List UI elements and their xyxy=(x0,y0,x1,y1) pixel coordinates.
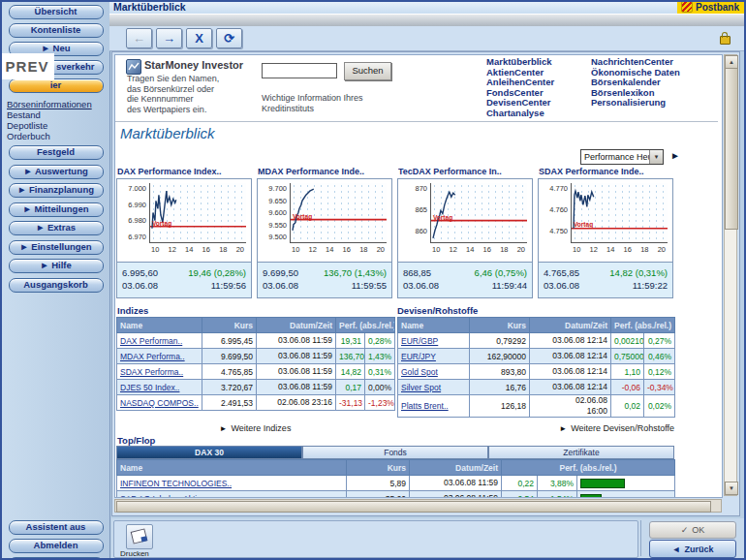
footer-bar: Drucken ✓ OK ◄ Zurück xyxy=(111,518,744,558)
zurueck-button[interactable]: ◄ Zurück xyxy=(649,540,736,558)
x-axis-ticks: 1012 1416 1820 xyxy=(149,245,246,254)
fx-table: Name Kurs Datum/Zeit Perf. (abs./rel.) E… xyxy=(397,317,675,418)
quote-date: 03.06.08 xyxy=(403,279,439,292)
forward-button[interactable]: → xyxy=(156,28,182,48)
sidebar-link-bestand[interactable]: Bestand xyxy=(7,109,109,120)
bullet-icon: ► xyxy=(559,424,567,433)
sidebar-link-depotliste[interactable]: Depotliste xyxy=(7,120,109,131)
tab-zertifikate[interactable]: Zertifikate xyxy=(488,446,674,459)
assistent-aus-button[interactable]: Assistent aus xyxy=(9,520,104,535)
fx-link[interactable]: Silver Spot xyxy=(401,383,441,392)
chart-title-dax[interactable]: DAX Performance Index.. xyxy=(117,167,253,176)
col-header-kurs[interactable]: Kurs xyxy=(470,318,530,333)
fx-heading: Devisen/Rohstoffe xyxy=(397,305,478,316)
ok-button[interactable]: ✓ OK xyxy=(649,521,736,539)
vertical-scroll-thumb[interactable] xyxy=(725,68,738,230)
kreditinstitut-info-link[interactable]: Wichtige Information Ihres Kreditinstitu… xyxy=(262,93,363,113)
scroll-up-icon[interactable]: ▲ xyxy=(725,55,738,69)
horizontal-scroll-thumb[interactable] xyxy=(116,501,711,513)
col-header-perf[interactable]: Perf. (abs./rel.) xyxy=(336,318,395,333)
stock-link[interactable]: INFINEON TECHNOLOGIES.. xyxy=(120,479,232,488)
close-icon: X xyxy=(195,31,203,46)
index-link[interactable]: SDAX Performa.. xyxy=(120,367,183,377)
col-header-name[interactable]: Name xyxy=(117,318,202,333)
col-header-perf[interactable]: Perf. (abs./rel.) xyxy=(611,318,675,333)
chart-card-dax: 7.0006.990 6.9806.970 Vortag 1012 1416 xyxy=(116,178,252,298)
last-price: 4.765,85 xyxy=(544,266,579,279)
brand-strip: Postbank xyxy=(677,0,744,14)
chevron-down-icon[interactable]: ▼ xyxy=(649,150,663,164)
nav-column-1: Marktüberblick AktienCenter AnleihenCent… xyxy=(486,57,583,119)
col-header-datum[interactable]: Datum/Zeit xyxy=(530,318,611,333)
check-icon: ✓ xyxy=(681,525,689,535)
chart-title-mdax[interactable]: MDAX Performance Inde.. xyxy=(258,167,393,176)
nav-link-marktueberblick[interactable]: Marktüberblick xyxy=(486,57,583,68)
table-row: DJES 50 Index.. 3.720,67 03.06.08 11:59 … xyxy=(117,380,395,395)
nav-link-personalisierung[interactable]: Personalisierung xyxy=(591,98,683,109)
sidebar-item-einstellungen[interactable]: ► Einstellungen xyxy=(9,240,104,255)
sidebar-item-ausgangskorb[interactable]: Ausgangskorb xyxy=(9,278,104,293)
sidebar-link-boerseninformationen[interactable]: Börseninformationen xyxy=(7,99,109,109)
index-link[interactable]: MDAX Performa.. xyxy=(120,352,185,361)
quote-time: 11:59:56 xyxy=(211,279,246,292)
search-button[interactable]: Suchen xyxy=(344,62,391,80)
index-link[interactable]: DJES 50 Index.. xyxy=(120,383,179,392)
col-header-perf[interactable]: Perf. (abs./rel.) xyxy=(502,460,675,476)
sidebar-mid-group: Festgeld ► Auswertung ► Finanzplanung ► … xyxy=(2,145,109,293)
starmoney-investor-icon xyxy=(126,59,141,75)
sparkline-plot: Vortag xyxy=(149,183,246,243)
scroll-down-icon[interactable]: ▼ xyxy=(725,482,738,495)
fx-link[interactable]: EUR/JPY xyxy=(401,352,436,361)
sidebar-item-uebersicht[interactable]: Übersicht xyxy=(9,5,104,19)
chart-title-tecdax[interactable]: TecDAX Performance In.. xyxy=(398,167,534,176)
index-link[interactable]: NASDAQ COMPOS.. xyxy=(120,398,199,408)
nav-link-nachrichtencenter[interactable]: NachrichtenCenter xyxy=(591,57,683,68)
fx-link[interactable]: Gold Spot xyxy=(401,367,438,377)
x-axis-ticks: 1012 1416 1820 xyxy=(571,245,668,254)
tab-dax30[interactable]: DAX 30 xyxy=(116,446,302,459)
sidebar-link-orderbuch[interactable]: Orderbuch xyxy=(7,131,109,141)
search-input[interactable] xyxy=(262,63,337,78)
vertical-scrollbar[interactable]: ▲ ▼ xyxy=(724,54,737,496)
col-header-kurs[interactable]: Kurs xyxy=(347,460,410,476)
print-button[interactable] xyxy=(126,524,153,549)
abmelden-button[interactable]: Abmelden xyxy=(9,539,104,553)
vortag-label: Vortag xyxy=(293,213,312,220)
col-header-name[interactable]: Name xyxy=(117,460,347,476)
sidebar-item-extras[interactable]: ► Extras xyxy=(9,221,104,235)
sidebar-item-festgeld[interactable]: Festgeld xyxy=(9,145,104,160)
back-arrow-icon: ◄ xyxy=(672,544,681,554)
back-button[interactable]: ← xyxy=(126,28,152,48)
footer-confirm-panel: ✓ OK ◄ Zurück xyxy=(640,520,742,556)
index-link[interactable]: DAX Performan.. xyxy=(120,336,182,346)
fx-link[interactable]: EUR/GBP xyxy=(401,336,438,346)
col-header-datum[interactable]: Datum/Zeit xyxy=(257,318,336,333)
sidebar-item-auswertung[interactable]: ► Auswertung xyxy=(9,165,104,179)
fx-link[interactable]: Platts Brent.. xyxy=(401,401,449,411)
stop-button[interactable]: X xyxy=(186,28,212,48)
x-axis-ticks: 1012 1416 1820 xyxy=(430,245,527,254)
performance-bar xyxy=(580,494,602,499)
col-header-datum[interactable]: Datum/Zeit xyxy=(410,460,502,476)
chart-title-sdax[interactable]: SDAX Performance Inde.. xyxy=(539,167,674,176)
more-indices-link[interactable]: ►Weitere Indizes xyxy=(116,423,394,433)
sidebar-item-mitteilungen[interactable]: ► Mitteilungen xyxy=(9,202,104,217)
section-divider xyxy=(115,121,718,122)
period-go-icon[interactable]: ► xyxy=(670,150,680,161)
stock-link[interactable]: SAP AG Inhaber-Aktien xyxy=(120,494,206,499)
col-header-kurs[interactable]: Kurs xyxy=(202,318,257,333)
tab-fonds[interactable]: Fonds xyxy=(302,446,488,459)
sidebar-item-finanzplanung[interactable]: ► Finanzplanung xyxy=(9,183,104,198)
more-fx-link[interactable]: ►Weitere Devisen/Rohstoffe xyxy=(397,423,674,433)
back-icon: ← xyxy=(133,31,145,46)
performance-period-select[interactable]: Performance Heute ▼ xyxy=(580,149,664,165)
sidebar-item-wertpapier[interactable]: ier xyxy=(9,78,104,93)
sidebar-item-hilfe[interactable]: ► Hilfe xyxy=(9,259,104,273)
nav-link-chartanalyse[interactable]: Chartanalyse xyxy=(486,109,583,119)
quote-date: 03.06.08 xyxy=(544,279,579,292)
sidebar-item-kontenliste[interactable]: Kontenliste xyxy=(9,23,104,38)
price-change: 14,82 (0,31%) xyxy=(609,266,668,279)
horizontal-scrollbar[interactable] xyxy=(114,499,722,513)
refresh-button[interactable]: ⟳ xyxy=(216,28,242,48)
col-header-name[interactable]: Name xyxy=(398,318,470,333)
